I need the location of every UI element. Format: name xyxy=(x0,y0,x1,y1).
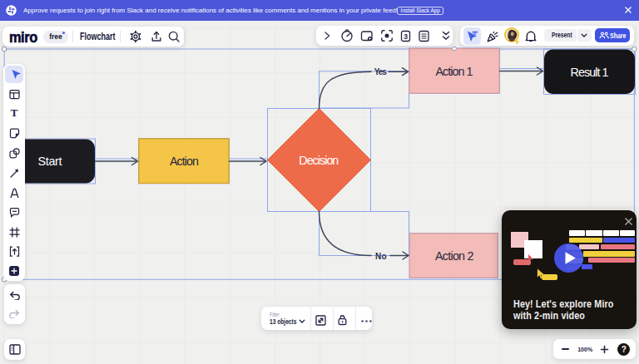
svg-text:Action 1: Action 1 xyxy=(435,65,473,78)
svg-text:Yes: Yes xyxy=(374,67,387,76)
svg-text:Action: Action xyxy=(170,155,199,168)
svg-text:3: 3 xyxy=(404,32,408,40)
svg-text:Result 1: Result 1 xyxy=(571,66,609,79)
svg-text:Action 2: Action 2 xyxy=(435,249,474,263)
svg-text:No: No xyxy=(375,252,387,261)
svg-text:Decision: Decision xyxy=(299,154,339,167)
svg-text:Start: Start xyxy=(38,155,62,168)
